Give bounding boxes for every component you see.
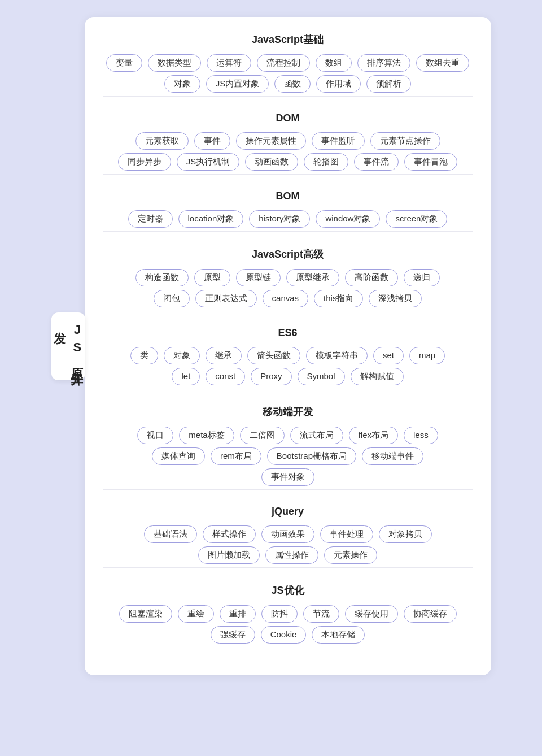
tag-dom-1-1[interactable]: JS执行机制 [177, 153, 240, 171]
tag-es6-0-4[interactable]: 模板字符串 [306, 347, 368, 364]
sidebar-label: JS原生开发 [51, 312, 85, 380]
section-divider-2 [103, 231, 473, 232]
tag-mobile-1-2[interactable]: Bootstrap栅格布局 [267, 447, 356, 465]
outer-wrapper: JS原生开发 JavaScript基础变量数据类型运算符流程控制数组排序算法数组… [51, 17, 491, 675]
tags-row-mobile-0: 视口meta标签二倍图流式布局flex布局less [103, 427, 473, 444]
tags-row-es6-1: letconstProxySymbol解构赋值 [103, 368, 473, 385]
tag-mobile-0-3[interactable]: 流式布局 [290, 427, 343, 444]
tag-dom-1-3[interactable]: 轮播图 [304, 153, 348, 171]
tag-dom-0-3[interactable]: 事件监听 [312, 132, 365, 150]
tag-js-basic-0-6[interactable]: 数组去重 [416, 54, 469, 72]
tag-js-optimize-0-3[interactable]: 防抖 [261, 605, 298, 623]
tag-mobile-1-3[interactable]: 移动端事件 [362, 447, 423, 465]
section-title-js-advanced: JavaScript高级 [103, 247, 473, 261]
section-jquery: jQuery基础语法样式操作动画效果事件处理对象拷贝图片懒加载属性操作元素操作 [103, 506, 473, 568]
tag-es6-0-3[interactable]: 箭头函数 [247, 347, 300, 364]
tag-js-basic-0-1[interactable]: 数据类型 [148, 54, 201, 72]
tag-jquery-1-2[interactable]: 元素操作 [324, 546, 377, 564]
tag-js-optimize-0-0[interactable]: 阻塞渲染 [119, 605, 172, 623]
tag-mobile-1-1[interactable]: rem布局 [211, 447, 261, 465]
tag-dom-1-4[interactable]: 事件流 [354, 153, 399, 171]
section-title-es6: ES6 [103, 327, 473, 339]
tag-dom-0-1[interactable]: 事件 [194, 132, 230, 150]
tag-jquery-1-0[interactable]: 图片懒加载 [198, 546, 260, 564]
tags-row-mobile-2: 事件对象 [103, 468, 473, 486]
tag-es6-1-0[interactable]: let [172, 368, 200, 385]
tag-es6-0-0[interactable]: 类 [130, 347, 158, 364]
tag-mobile-0-1[interactable]: meta标签 [179, 427, 234, 444]
tag-js-advanced-0-2[interactable]: 原型链 [236, 269, 281, 286]
tag-es6-0-1[interactable]: 对象 [164, 347, 200, 364]
tag-js-advanced-1-1[interactable]: 正则表达式 [195, 290, 257, 307]
tag-js-basic-0-3[interactable]: 流程控制 [257, 54, 310, 72]
tag-jquery-0-1[interactable]: 样式操作 [203, 525, 256, 543]
tag-bom-0-0[interactable]: 定时器 [128, 210, 173, 228]
tag-js-basic-1-1[interactable]: JS内置对象 [206, 75, 269, 93]
tag-js-advanced-0-4[interactable]: 高阶函数 [345, 269, 398, 286]
tag-bom-0-4[interactable]: screen对象 [386, 210, 447, 228]
tag-jquery-0-4[interactable]: 对象拷贝 [379, 525, 432, 543]
tag-jquery-0-0[interactable]: 基础语法 [144, 525, 197, 543]
tag-js-advanced-0-5[interactable]: 递归 [404, 269, 440, 286]
tag-bom-0-1[interactable]: location对象 [178, 210, 244, 228]
tag-js-basic-1-3[interactable]: 作用域 [316, 75, 361, 93]
tag-jquery-0-3[interactable]: 事件处理 [320, 525, 373, 543]
section-title-dom: DOM [103, 112, 473, 124]
tag-js-advanced-1-2[interactable]: canvas [263, 290, 309, 307]
tag-es6-1-3[interactable]: Symbol [298, 368, 345, 385]
tag-js-optimize-1-2[interactable]: 本地存储 [312, 626, 365, 644]
tag-es6-1-4[interactable]: 解构赋值 [351, 368, 404, 385]
tag-js-optimize-0-1[interactable]: 重绘 [178, 605, 214, 623]
tag-js-basic-1-2[interactable]: 函数 [274, 75, 311, 93]
tag-mobile-0-0[interactable]: 视口 [137, 427, 173, 444]
tag-es6-1-1[interactable]: const [206, 368, 245, 385]
tag-bom-0-3[interactable]: window对象 [316, 210, 380, 228]
tag-js-optimize-0-4[interactable]: 节流 [303, 605, 339, 623]
tag-dom-0-2[interactable]: 操作元素属性 [236, 132, 306, 150]
tag-js-advanced-1-3[interactable]: this指向 [314, 290, 363, 307]
tag-js-advanced-0-3[interactable]: 原型继承 [286, 269, 339, 286]
tag-js-advanced-0-0[interactable]: 构造函数 [136, 269, 189, 286]
tag-dom-1-0[interactable]: 同步异步 [118, 153, 171, 171]
tag-js-basic-0-0[interactable]: 变量 [106, 54, 142, 72]
tag-mobile-2-0[interactable]: 事件对象 [261, 468, 314, 486]
tag-jquery-0-2[interactable]: 动画效果 [261, 525, 314, 543]
tags-row-bom-0: 定时器location对象history对象window对象screen对象 [103, 210, 473, 228]
tag-js-advanced-1-0[interactable]: 闭包 [154, 290, 190, 307]
tags-row-js-optimize-0: 阻塞渲染重绘重排防抖节流缓存使用协商缓存 [103, 605, 473, 623]
tag-es6-0-2[interactable]: 继承 [206, 347, 242, 364]
section-js-basic: JavaScript基础变量数据类型运算符流程控制数组排序算法数组去重对象JS内… [103, 33, 473, 97]
tag-js-optimize-1-1[interactable]: Cookie [261, 626, 307, 644]
tag-js-optimize-0-5[interactable]: 缓存使用 [345, 605, 398, 623]
tag-mobile-1-0[interactable]: 媒体查询 [152, 447, 205, 465]
tag-js-optimize-0-2[interactable]: 重排 [220, 605, 256, 623]
section-divider-3 [103, 311, 473, 311]
tags-row-dom-0: 元素获取事件操作元素属性事件监听元素节点操作 [103, 132, 473, 150]
tag-js-basic-0-4[interactable]: 数组 [316, 54, 352, 72]
tags-row-js-advanced-0: 构造函数原型原型链原型继承高阶函数递归 [103, 269, 473, 286]
tag-dom-1-2[interactable]: 动画函数 [245, 153, 298, 171]
tags-row-dom-1: 同步异步JS执行机制动画函数轮播图事件流事件冒泡 [103, 153, 473, 171]
tag-bom-0-2[interactable]: history对象 [249, 210, 310, 228]
tag-mobile-0-2[interactable]: 二倍图 [240, 427, 285, 444]
tag-js-optimize-1-0[interactable]: 强缓存 [211, 626, 255, 644]
tag-js-basic-1-0[interactable]: 对象 [164, 75, 200, 93]
section-title-bom: BOM [103, 190, 473, 202]
tag-mobile-0-4[interactable]: flex布局 [349, 427, 398, 444]
tag-js-advanced-0-1[interactable]: 原型 [194, 269, 230, 286]
tag-dom-1-5[interactable]: 事件冒泡 [404, 153, 457, 171]
section-js-advanced: JavaScript高级构造函数原型原型链原型继承高阶函数递归闭包正则表达式ca… [103, 247, 473, 311]
tag-dom-0-4[interactable]: 元素节点操作 [370, 132, 440, 150]
tag-es6-0-5[interactable]: set [373, 347, 404, 364]
tag-es6-1-2[interactable]: Proxy [251, 368, 291, 385]
tag-js-basic-0-2[interactable]: 运算符 [207, 54, 251, 72]
tag-js-basic-1-4[interactable]: 预解析 [366, 75, 411, 93]
tag-es6-0-6[interactable]: map [409, 347, 445, 364]
tag-js-basic-0-5[interactable]: 排序算法 [357, 54, 410, 72]
tag-jquery-1-1[interactable]: 属性操作 [265, 546, 318, 564]
tags-row-js-optimize-1: 强缓存Cookie本地存储 [103, 626, 473, 644]
tag-js-optimize-0-6[interactable]: 协商缓存 [404, 605, 457, 623]
tag-js-advanced-1-4[interactable]: 深浅拷贝 [369, 290, 422, 307]
tag-mobile-0-5[interactable]: less [404, 427, 438, 444]
tag-dom-0-0[interactable]: 元素获取 [136, 132, 189, 150]
